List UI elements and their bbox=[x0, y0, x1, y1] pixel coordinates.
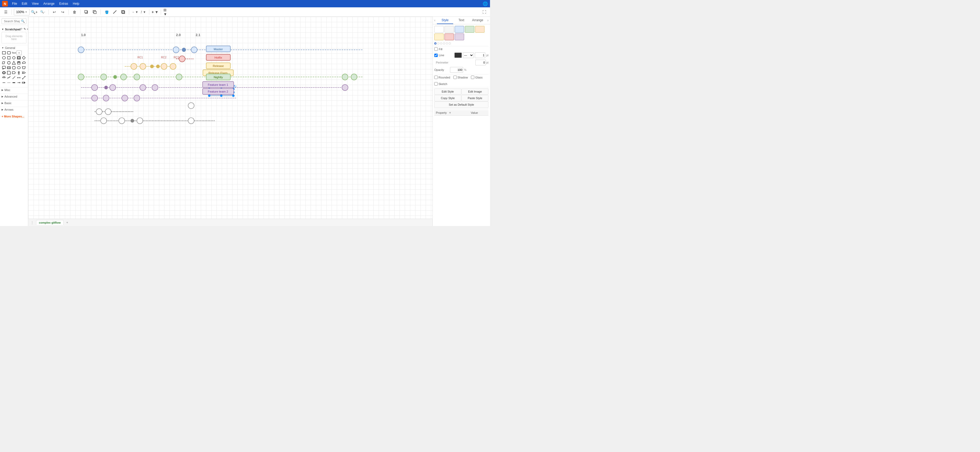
undo-button[interactable]: ↩ bbox=[51, 8, 58, 16]
style-dot-6[interactable] bbox=[449, 42, 451, 45]
style-dot-2[interactable] bbox=[437, 42, 439, 45]
dev-node-5[interactable] bbox=[137, 118, 143, 124]
misc-section-title[interactable]: ▶ Misc bbox=[2, 88, 26, 92]
feat2-node-4[interactable] bbox=[134, 95, 140, 101]
nightly-node-7[interactable] bbox=[351, 74, 357, 80]
tab-arrange[interactable]: Arrange bbox=[469, 17, 486, 24]
release-node-1[interactable] bbox=[131, 63, 137, 69]
handle-bm[interactable] bbox=[220, 94, 223, 97]
sketch-checkbox[interactable] bbox=[434, 82, 438, 86]
line-style-select[interactable]: — - - ··· bbox=[463, 53, 474, 58]
scratchpad-edit-icon[interactable]: ✎ bbox=[24, 27, 26, 31]
feat2-node-3[interactable] bbox=[122, 95, 128, 101]
property-column-header[interactable]: Property ▼ bbox=[434, 110, 469, 116]
shape-arrow-thick[interactable] bbox=[21, 80, 26, 85]
basic-section-title[interactable]: ▶ Basic bbox=[2, 102, 26, 105]
menu-edit[interactable]: Edit bbox=[20, 1, 29, 6]
menu-view[interactable]: View bbox=[30, 1, 41, 6]
shadow-checkbox[interactable] bbox=[453, 76, 457, 79]
tab-add-button[interactable]: + bbox=[65, 220, 70, 225]
shape-note2[interactable] bbox=[6, 70, 11, 75]
globe-icon[interactable]: 🌐 bbox=[483, 1, 488, 6]
app-logo[interactable]: N bbox=[2, 1, 8, 6]
style-dot-1[interactable] bbox=[434, 42, 436, 45]
dev-node-1[interactable] bbox=[96, 108, 102, 115]
preset-light-green[interactable] bbox=[465, 26, 474, 33]
scratchpad-header[interactable]: ▼ Scratchpad ? ✎ × bbox=[2, 27, 26, 31]
feat1-node-5[interactable] bbox=[342, 84, 348, 91]
shape-parallelogram[interactable] bbox=[2, 60, 6, 65]
master-node-1[interactable] bbox=[78, 47, 84, 53]
shape-ellipse[interactable] bbox=[2, 56, 6, 60]
scratchpad-help-icon[interactable]: ? bbox=[21, 27, 22, 31]
line-checkbox[interactable] bbox=[434, 54, 438, 57]
shape-double-rect[interactable] bbox=[16, 56, 21, 60]
nav-arrow-right[interactable]: › bbox=[486, 18, 490, 22]
preset-light-yellow[interactable] bbox=[434, 33, 444, 40]
shape-terminal[interactable] bbox=[16, 65, 21, 70]
shape-trapezoid[interactable] bbox=[21, 65, 26, 70]
nightly-node-4[interactable] bbox=[134, 74, 140, 80]
shape-triangle[interactable] bbox=[11, 60, 16, 65]
shape-diagonal[interactable] bbox=[11, 75, 16, 80]
shape-thick-line[interactable] bbox=[11, 80, 16, 85]
canvas-area[interactable]: 1.0 2.0 2.1 RC1 RC2 RC3 bbox=[28, 17, 433, 226]
table-button[interactable]: ⊞ ▼ bbox=[163, 8, 170, 16]
nightly-node-1[interactable] bbox=[78, 74, 84, 80]
to-back-button[interactable] bbox=[91, 8, 98, 16]
dev-node-2[interactable] bbox=[105, 108, 111, 115]
shape-arrow-lr[interactable] bbox=[16, 75, 21, 80]
feat1-node-4[interactable] bbox=[152, 84, 158, 91]
shape-s-curve[interactable] bbox=[6, 75, 11, 80]
master-node-2[interactable] bbox=[173, 47, 179, 53]
style-dot-5[interactable] bbox=[446, 42, 448, 45]
master-node-dot[interactable] bbox=[182, 48, 186, 51]
tab-style[interactable]: Style bbox=[437, 17, 453, 24]
to-front-button[interactable] bbox=[83, 8, 90, 16]
pages-button[interactable]: ☰ bbox=[2, 8, 10, 16]
shape-dashed-line[interactable] bbox=[6, 80, 11, 85]
line-color-button[interactable] bbox=[111, 8, 118, 16]
shape-rounded-rect[interactable] bbox=[6, 51, 11, 55]
shadow-button[interactable] bbox=[119, 8, 127, 16]
set-default-style-button[interactable]: Set as Default Style bbox=[434, 102, 488, 108]
tab-drag-handle[interactable]: ⋮ bbox=[30, 221, 34, 225]
shape-note[interactable]: ≡ bbox=[16, 51, 22, 55]
preset-white[interactable] bbox=[434, 26, 444, 33]
fullscreen-button[interactable]: ⛶ bbox=[480, 8, 488, 16]
handle-bl[interactable] bbox=[208, 94, 210, 97]
nightly-node-5[interactable] bbox=[176, 74, 182, 80]
dev-node-6[interactable] bbox=[188, 118, 194, 124]
edit-image-button[interactable]: Edit Image bbox=[461, 88, 488, 95]
shape-cloud[interactable] bbox=[21, 60, 26, 65]
insert-button[interactable]: + ▼ bbox=[151, 8, 159, 16]
perimeter-value-input[interactable] bbox=[476, 60, 486, 65]
copy-style-button[interactable]: Copy Style bbox=[434, 95, 461, 101]
preset-light-orange[interactable] bbox=[475, 26, 485, 33]
shape-double-ellipse[interactable] bbox=[2, 70, 6, 75]
preset-light-gray[interactable] bbox=[444, 26, 454, 33]
feat2-node-2[interactable] bbox=[103, 95, 109, 101]
shape-circle[interactable] bbox=[11, 56, 16, 60]
shape-text[interactable]: Text bbox=[11, 51, 16, 55]
menu-arrange[interactable]: Arrange bbox=[41, 1, 57, 6]
waypoint-button[interactable]: ⤴ ▼ bbox=[140, 8, 147, 16]
style-dot-4[interactable] bbox=[443, 42, 445, 45]
preset-light-purple[interactable] bbox=[455, 33, 464, 40]
feat2-node-1[interactable] bbox=[92, 95, 97, 101]
hotfix-node[interactable] bbox=[179, 56, 185, 62]
shape-callout[interactable] bbox=[2, 65, 6, 70]
connection-button[interactable]: → ▼ bbox=[131, 8, 138, 16]
opacity-value-input[interactable] bbox=[450, 67, 463, 73]
paste-style-button[interactable]: Paste Style bbox=[461, 95, 488, 101]
glass-checkbox[interactable] bbox=[471, 76, 474, 79]
fill-checkbox[interactable] bbox=[434, 47, 438, 51]
nightly-node-6[interactable] bbox=[342, 74, 348, 80]
shape-half-circle[interactable] bbox=[2, 75, 6, 80]
handle-br[interactable] bbox=[232, 94, 235, 97]
nightly-node-3[interactable] bbox=[121, 74, 127, 80]
zoom-out-button[interactable]: 🔍- bbox=[39, 8, 46, 16]
release-node-2[interactable] bbox=[140, 63, 146, 69]
feat1-node-3[interactable] bbox=[140, 84, 146, 91]
redo-button[interactable]: ↪ bbox=[59, 8, 67, 16]
